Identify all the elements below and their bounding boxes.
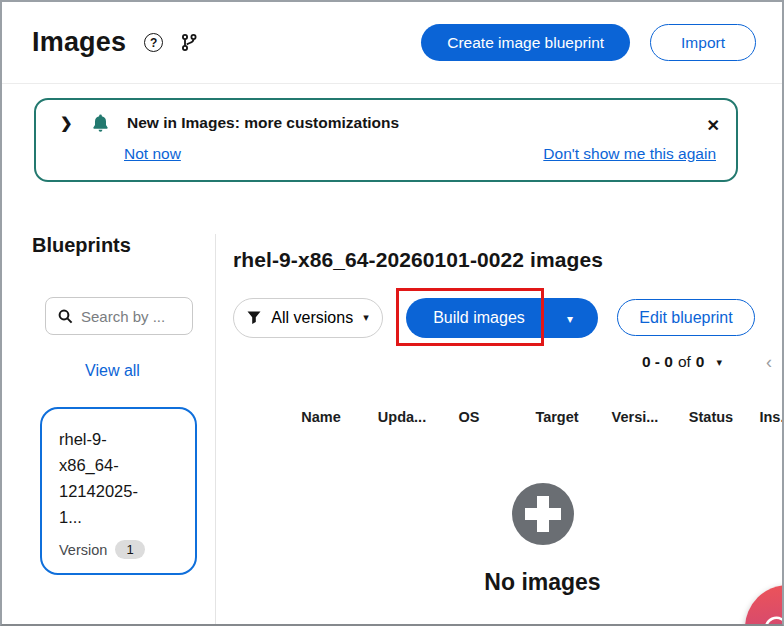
blueprint-card[interactable]: rhel-9- x86_64- 12142025- 1... Version 1 <box>40 407 197 575</box>
build-images-button[interactable]: Build images <box>406 309 542 327</box>
blueprint-name-line: 1... <box>59 504 183 530</box>
new-features-alert: ❯ New in Images: more customizations ✕ N… <box>34 98 738 182</box>
filter-icon <box>247 311 261 325</box>
pagination-of-label: of <box>678 353 691 371</box>
blueprint-name-line: rhel-9- <box>59 426 183 452</box>
pagination-menu-toggle[interactable]: ▾ <box>716 356 722 369</box>
page-header: Images ? Create image blueprint Import <box>2 2 782 84</box>
column-header-status: Status <box>689 409 733 425</box>
build-images-split-button: Build images ▾ <box>406 298 598 338</box>
blueprints-sidebar: Blueprints View all rhel-9- x86_64- 1214… <box>2 234 216 626</box>
alert-title: New in Images: more customizations <box>127 114 399 132</box>
dont-show-again-link[interactable]: Don't show me this again <box>543 145 716 163</box>
column-header-target: Target <box>535 409 578 425</box>
versions-filter-dropdown[interactable]: All versions ▾ <box>233 298 383 338</box>
pagination: 0 - 0 of 0 ▾ ‹ <box>233 353 782 371</box>
app-window: Images ? Create image blueprint Import ❯ <box>0 0 784 626</box>
search-input[interactable] <box>81 308 184 325</box>
blueprint-search[interactable] <box>45 297 193 335</box>
code-branch-icon[interactable] <box>181 33 197 52</box>
version-badge: 1 <box>115 540 144 559</box>
pagination-range: 0 - 0 <box>642 353 673 371</box>
chevron-down-icon: ▾ <box>567 312 573 326</box>
previous-page-icon[interactable]: ‹ <box>766 353 772 371</box>
not-now-link[interactable]: Not now <box>124 145 181 163</box>
bell-icon <box>92 114 109 132</box>
plus-circle-icon <box>512 483 574 545</box>
content-area: Blueprints View all rhel-9- x86_64- 1214… <box>2 234 782 626</box>
column-header-name: Name <box>301 409 341 425</box>
pagination-total: 0 <box>696 353 705 371</box>
empty-state: No images <box>268 483 782 596</box>
images-toolbar: All versions ▾ Build images ▾ Edit bluep… <box>233 297 782 338</box>
column-header-instance: Ins... <box>759 409 782 425</box>
search-icon <box>58 309 73 324</box>
blueprint-name-line: 12142025- <box>59 478 183 504</box>
images-table-header: Name Upda... OS Target Versi... Status I… <box>233 409 782 429</box>
blueprint-name-line: x86_64- <box>59 452 183 478</box>
view-all-link[interactable]: View all <box>32 362 193 380</box>
column-header-version: Versi... <box>612 409 659 425</box>
edit-blueprint-button[interactable]: Edit blueprint <box>617 299 755 336</box>
page-title: Images <box>32 27 126 58</box>
column-header-updated: Upda... <box>378 409 426 425</box>
import-button[interactable]: Import <box>650 24 756 61</box>
expand-chevron-icon[interactable]: ❯ <box>60 114 76 132</box>
column-header-os: OS <box>459 409 480 425</box>
empty-state-message: No images <box>484 569 600 596</box>
version-label: Version <box>59 542 107 558</box>
create-image-blueprint-button[interactable]: Create image blueprint <box>421 24 630 61</box>
chevron-down-icon: ▾ <box>363 311 369 324</box>
close-icon[interactable]: ✕ <box>707 116 720 135</box>
versions-filter-label: All versions <box>271 309 353 327</box>
help-icon[interactable]: ? <box>144 33 163 52</box>
blueprint-images-heading: rhel-9-x86_64-20260101-0022 images <box>233 248 782 272</box>
build-images-dropdown-toggle[interactable]: ▾ <box>542 309 598 327</box>
blueprints-title: Blueprints <box>32 234 215 257</box>
images-panel: rhel-9-x86_64-20260101-0022 images All v… <box>216 234 782 626</box>
